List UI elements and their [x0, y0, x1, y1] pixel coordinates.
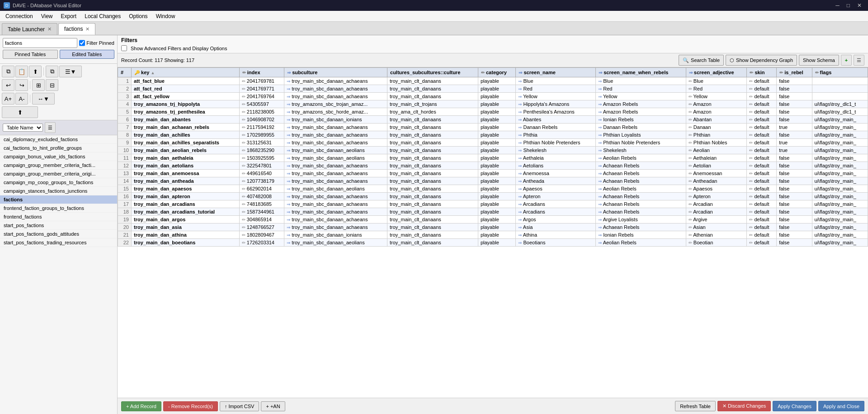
cell-index[interactable]: ✏ 2118238005 [239, 108, 284, 116]
table-row[interactable]: 14 troy_main_dan_antheada ✏ 1207738179 ⇒… [118, 177, 868, 185]
cell-rebel[interactable]: false [777, 231, 812, 239]
table-row[interactable]: 17 troy_main_dan_arcadians ✏ 748183685 ⇒… [118, 200, 868, 208]
cell-category[interactable]: playable [478, 162, 515, 170]
cell-subculture[interactable]: ⇒ troy_main_sbc_danaan_achaeans [284, 224, 387, 231]
col-skin[interactable]: ✏ skin [747, 68, 777, 77]
advanced-filters-checkbox[interactable] [121, 45, 127, 51]
cell-rebel[interactable]: false [777, 185, 812, 193]
cell-screen-adj[interactable]: ✏ Phthian Nobles [686, 139, 747, 147]
cell-screen-name[interactable]: ⇒ Apaesos [516, 185, 596, 193]
cell-culture[interactable]: troy_main_clt_danaans [387, 162, 478, 170]
cell-screen-rebels[interactable]: ⇒ Blue [596, 77, 686, 85]
cell-flags[interactable]: ui\flags\troy_main_ [812, 193, 868, 200]
cell-key[interactable]: troy_main_dan_boeotians [132, 239, 240, 247]
cell-screen-adj[interactable]: ✏ Apaesos [686, 185, 747, 193]
cell-index[interactable]: ✏ 2041769764 [239, 93, 284, 100]
cell-culture[interactable]: troy_main_clt_danaans [387, 116, 478, 124]
cell-culture[interactable]: troy_main_clt_danaans [387, 170, 478, 177]
col-rebel[interactable]: ✏ is_rebel [777, 68, 812, 77]
cell-category[interactable]: playable [478, 185, 515, 193]
table-list-options[interactable]: ☰ [45, 122, 56, 133]
cell-culture[interactable]: troy_main_clt_danaans [387, 208, 478, 216]
cell-flags[interactable]: ui\flags\troy_main_ [812, 162, 868, 170]
cell-category[interactable]: playable [478, 193, 515, 200]
cell-index[interactable]: ✏ 449616540 [239, 170, 284, 177]
cell-screen-adj[interactable]: ✏ Argive [686, 216, 747, 224]
cell-rebel[interactable]: false [777, 162, 812, 170]
cell-screen-rebels[interactable]: ⇒ Achaean Rebels [596, 162, 686, 170]
cell-culture[interactable]: troy_main_clt_danaans [387, 154, 478, 162]
cell-screen-adj[interactable]: ✏ Anemoessan [686, 170, 747, 177]
cell-rebel[interactable]: false [777, 239, 812, 247]
cell-flags[interactable]: ui\flags\troy_main_ [812, 216, 868, 224]
table-row[interactable]: 15 troy_main_dan_apaesos ✏ 662902014 ⇒ t… [118, 185, 868, 193]
cell-category[interactable]: playable [478, 231, 515, 239]
cell-flags[interactable]: ui\flags\troy_main_ [812, 200, 868, 208]
show-schema-button[interactable]: Show Schema [799, 55, 839, 66]
cell-screen-adj[interactable]: ✏ Athenian [686, 231, 747, 239]
pinned-tables-button[interactable]: Pinned Tables [3, 50, 58, 59]
cell-key[interactable]: troy_main_dan_anemoessa [132, 170, 240, 177]
cell-index[interactable]: ✏ 1503925595 [239, 154, 284, 162]
cell-flags[interactable]: ui\flags\troy_main_ [812, 131, 868, 139]
cell-category[interactable]: playable [478, 85, 515, 93]
cell-screen-name[interactable]: ⇒ Aethaleia [516, 154, 596, 162]
cell-key[interactable]: troy_main_dan_arcadians [132, 200, 240, 208]
cell-screen-rebels[interactable]: ⇒ Aeolian Rebels [596, 154, 686, 162]
table-row[interactable]: 7 troy_main_dan_achaean_rebels ✏ 2117594… [118, 124, 868, 131]
cell-index[interactable]: ✏ 1802809467 [239, 231, 284, 239]
cell-screen-name[interactable]: ⇒ Penthesilea's Amazons [516, 108, 596, 116]
table-row[interactable]: 11 troy_main_dan_aethaleia ✏ 1503925595 … [118, 154, 868, 162]
cell-culture[interactable]: troy_main_clt_danaans [387, 239, 478, 247]
cell-category[interactable]: playable [478, 108, 515, 116]
table-list-item[interactable]: cai_diplomacy_excluded_factions [0, 135, 117, 144]
cell-flags[interactable]: ui\flags\troy_main_ [812, 185, 868, 193]
cell-screen-adj[interactable]: ✏ Arcadian [686, 200, 747, 208]
cell-culture[interactable]: troy_main_clt_danaans [387, 77, 478, 85]
menu-export[interactable]: Export [57, 12, 80, 21]
cell-culture[interactable]: troy_main_clt_danaans [387, 231, 478, 239]
cell-subculture[interactable]: ⇒ troy_main_sbc_danaan_achaeans [284, 93, 387, 100]
filter-pinned-checkbox[interactable] [79, 38, 85, 48]
cell-screen-adj[interactable]: ✏ Amazon [686, 108, 747, 116]
cell-screen-name[interactable]: ⇒ Red [516, 85, 596, 93]
cell-screen-rebels[interactable]: ⇒ Aeolian Rebels [596, 239, 686, 247]
col-category[interactable]: ✏ category [478, 68, 515, 77]
cell-index[interactable]: ✏ 322547801 [239, 162, 284, 170]
filter-button[interactable]: ⊟ [46, 79, 58, 91]
cell-screen-name[interactable]: ⇒ Phthian Noble Pretenders [516, 139, 596, 147]
cell-screen-adj[interactable]: ✏ Danaan [686, 124, 747, 131]
cell-rebel[interactable]: false [777, 100, 812, 108]
cell-culture[interactable]: troy_ama_clt_hordes [387, 108, 478, 116]
cell-index[interactable]: ✏ 1702989955 [239, 131, 284, 139]
cell-skin[interactable]: ✏ default [747, 139, 777, 147]
cell-index[interactable]: ✏ 304865914 [239, 216, 284, 224]
cell-skin[interactable]: ✏ default [747, 170, 777, 177]
cell-screen-adj[interactable]: ✏ Red [686, 85, 747, 93]
cell-subculture[interactable]: ⇒ troy_main_sbc_danaan_aeolians [284, 154, 387, 162]
cell-culture[interactable]: troy_main_clt_danaans [387, 131, 478, 139]
cell-rebel[interactable]: false [777, 216, 812, 224]
cell-category[interactable]: playable [478, 154, 515, 162]
table-row[interactable]: 16 troy_main_dan_apteron ✏ 407482008 ⇒ t… [118, 193, 868, 200]
table-row[interactable]: 5 troy_amazons_trj_penthesilea ✏ 2118238… [118, 108, 868, 116]
cell-screen-name[interactable]: ⇒ Argos [516, 216, 596, 224]
plus-an-button[interactable]: + +AN [261, 401, 285, 411]
table-button[interactable]: ⊞ [32, 79, 45, 91]
cell-key[interactable]: att_fact_blue [132, 77, 240, 85]
cell-index[interactable]: ✏ 1248766527 [239, 224, 284, 231]
cell-screen-name[interactable]: ⇒ Antheada [516, 177, 596, 185]
cell-screen-rebels[interactable]: ⇒ Achaean Rebels [596, 200, 686, 208]
cell-subculture[interactable]: ⇒ troy_main_sbc_danaan_ionians [284, 116, 387, 124]
cell-subculture[interactable]: ⇒ troy_main_sbc_danaan_aeolians [284, 147, 387, 154]
cell-rebel[interactable]: true [777, 124, 812, 131]
cell-rebel[interactable]: false [777, 224, 812, 231]
cell-rebel[interactable]: false [777, 208, 812, 216]
cell-rebel[interactable]: true [777, 139, 812, 147]
cell-key[interactable]: troy_main_dan_aetolians [132, 162, 240, 170]
cell-skin[interactable]: ✏ default [747, 208, 777, 216]
cell-skin[interactable]: ✏ default [747, 147, 777, 154]
sort-asc-button[interactable]: ⬆ [29, 66, 42, 77]
table-row[interactable]: 9 troy_main_dan_achilles_separatists ✏ 3… [118, 139, 868, 147]
cell-rebel[interactable]: false [777, 154, 812, 162]
